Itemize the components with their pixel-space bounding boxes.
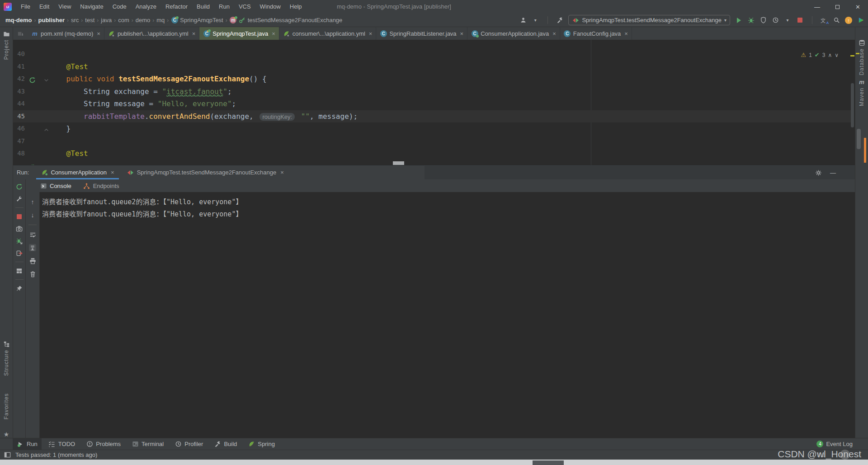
stop-icon[interactable]: [796, 17, 803, 24]
editor-tab-consumerapplication-java[interactable]: CConsumerApplication.java×: [467, 27, 560, 40]
play-icon[interactable]: [735, 17, 742, 24]
event-log-button[interactable]: 4Event Log: [816, 441, 853, 447]
editor-tab-fanoutconfig-java[interactable]: CFanoutConfig.java×: [560, 27, 632, 40]
editor-tab-springrabbitlistener-java[interactable]: CSpringRabbitListener.java×: [376, 27, 467, 40]
exit-icon[interactable]: [16, 249, 23, 257]
tab-list-icon[interactable]: [17, 30, 24, 37]
editor-tab-consumer-application-yml[interactable]: consumer\...\application.yml×: [279, 27, 377, 40]
gear-icon[interactable]: [815, 169, 822, 176]
breadcrumb-item-testsendmessage2fanoutexchange[interactable]: mtestSendMessage2FanoutExchange: [230, 17, 343, 24]
view-tab-console[interactable]: Console: [40, 182, 71, 189]
close-icon[interactable]: ×: [280, 169, 284, 176]
tool-button-project[interactable]: Project: [0, 30, 13, 60]
menu-refactor[interactable]: Refactor: [161, 0, 192, 14]
warning-stripe-mark[interactable]: [850, 55, 854, 56]
menu-edit[interactable]: Edit: [35, 0, 54, 14]
tool-button-run[interactable]: Run: [13, 438, 42, 450]
search-icon[interactable]: [833, 17, 840, 24]
tool-button-favorites[interactable]: Favorites: [0, 393, 13, 419]
pin-icon[interactable]: [16, 285, 23, 292]
tool-button-maven[interactable]: mMaven: [855, 78, 868, 106]
breadcrumb-item-java[interactable]: java: [101, 17, 112, 23]
breadcrumb-item-springamqptest[interactable]: CSpringAmqpTest: [171, 17, 223, 24]
close-icon[interactable]: ×: [552, 30, 556, 37]
project-icon: [3, 30, 10, 38]
close-icon[interactable]: ×: [460, 30, 464, 37]
scrollbar-thumb[interactable]: [857, 129, 861, 149]
close-icon[interactable]: ×: [192, 30, 196, 37]
tool-button-todo[interactable]: TODO: [44, 438, 79, 450]
close-icon[interactable]: ×: [97, 30, 100, 37]
breadcrumb-item-test[interactable]: test: [85, 17, 94, 23]
menu-help[interactable]: Help: [285, 0, 307, 14]
trash-icon[interactable]: [29, 270, 36, 277]
menu-code[interactable]: Code: [108, 0, 131, 14]
camera-icon[interactable]: [16, 225, 23, 232]
run-tab-consumerapplication[interactable]: ConsumerApplication×: [36, 165, 118, 179]
inspection-widget[interactable]: ⚠ 1 ✔ 3 ∧ ∨: [801, 52, 839, 58]
softwrap-icon[interactable]: [29, 231, 36, 238]
close-icon[interactable]: ×: [111, 169, 114, 176]
menu-window[interactable]: Window: [255, 0, 285, 14]
profiler-icon[interactable]: [772, 17, 779, 24]
close-icon[interactable]: ×: [369, 30, 373, 37]
favorites-star-icon[interactable]: ★: [0, 431, 13, 438]
scrollend-icon[interactable]: [29, 244, 36, 251]
hide-panel-icon[interactable]: —: [830, 169, 836, 176]
stop-icon[interactable]: [16, 213, 23, 220]
user-icon[interactable]: [519, 17, 527, 24]
console-output[interactable]: 消费者接收到fanout.queue2的消息：【"Hello, everyone…: [40, 192, 855, 438]
hammer-icon[interactable]: [556, 17, 563, 24]
editor-tab-pom-xml-mq-demo-[interactable]: mpom.xml (mq-demo)×: [28, 27, 104, 40]
down-icon[interactable]: ↓: [29, 211, 36, 219]
menu-run[interactable]: Run: [214, 0, 234, 14]
up-icon[interactable]: ↑: [29, 198, 36, 206]
rerun-icon[interactable]: [16, 183, 23, 190]
update-icon[interactable]: ↑: [845, 17, 852, 24]
breadcrumb-item-mq[interactable]: mq: [156, 17, 165, 23]
menu-build[interactable]: Build: [192, 0, 214, 14]
tool-button-terminal[interactable]: Terminal: [127, 438, 168, 450]
minimize-icon[interactable]: —: [807, 0, 827, 14]
wrench-icon[interactable]: [16, 195, 23, 202]
breadcrumb-item-demo[interactable]: demo: [136, 17, 151, 23]
editor-scrollbar[interactable]: [851, 83, 854, 127]
breadcrumb-item-com[interactable]: com: [118, 17, 129, 23]
view-tab-endpoints[interactable]: Endpoints: [83, 182, 119, 189]
maximize-icon[interactable]: [827, 0, 848, 14]
menu-navigate[interactable]: Navigate: [75, 0, 108, 14]
attach-debugger-icon[interactable]: [16, 237, 23, 244]
breadcrumb-item-mq-demo[interactable]: mq-demo: [5, 17, 32, 23]
code-editor[interactable]: 4041 @Test42 public void testSendMessage…: [13, 40, 855, 165]
close-icon[interactable]: ×: [272, 30, 275, 37]
tool-button-build[interactable]: Build: [210, 438, 241, 450]
tool-button-spring[interactable]: Spring: [244, 438, 279, 450]
menu-vcs[interactable]: VCS: [234, 0, 255, 14]
run-configuration-select[interactable]: SpringAmqpTest.testSendMessage2FanoutExc…: [568, 15, 730, 25]
layout-icon[interactable]: [16, 267, 23, 274]
chevron-up-icon[interactable]: ∧: [828, 52, 832, 58]
menu-analyze[interactable]: Analyze: [131, 0, 161, 14]
menu-file[interactable]: File: [16, 0, 35, 14]
translate-icon[interactable]: 文A: [821, 17, 828, 24]
breadcrumb-item-src[interactable]: src: [71, 17, 79, 23]
coverage-icon[interactable]: [760, 17, 767, 24]
breadcrumb-item-publisher[interactable]: publisher: [38, 17, 65, 23]
chevron-down-icon[interactable]: ∨: [835, 52, 839, 58]
tool-button-database[interactable]: Database: [855, 39, 868, 75]
run-tab-springamqptest-testsendmessage2fanoutexchange[interactable]: SpringAmqpTest.testSendMessage2FanoutExc…: [123, 165, 288, 179]
tool-button-structure[interactable]: Structure: [0, 340, 13, 376]
tool-button-profiler[interactable]: Profiler: [170, 438, 207, 450]
status-message[interactable]: Tests passed: 1 (moments ago): [15, 451, 97, 458]
debug-icon[interactable]: [747, 17, 755, 24]
tool-button-problems[interactable]: Problems: [82, 438, 125, 450]
gradient-play-icon[interactable]: [857, 17, 864, 24]
close-icon[interactable]: ×: [624, 30, 628, 37]
close-icon[interactable]: ✕: [848, 0, 868, 14]
menu-view[interactable]: View: [54, 0, 75, 14]
print-icon[interactable]: [29, 257, 36, 264]
toolwindow-toggle-icon[interactable]: [4, 451, 11, 459]
run-ok-icon[interactable]: [29, 75, 36, 82]
editor-tab-publisher-application-yml[interactable]: publisher\...\application.yml×: [104, 27, 199, 40]
editor-tab-springamqptest-java[interactable]: CSpringAmqpTest.java×: [199, 27, 279, 40]
